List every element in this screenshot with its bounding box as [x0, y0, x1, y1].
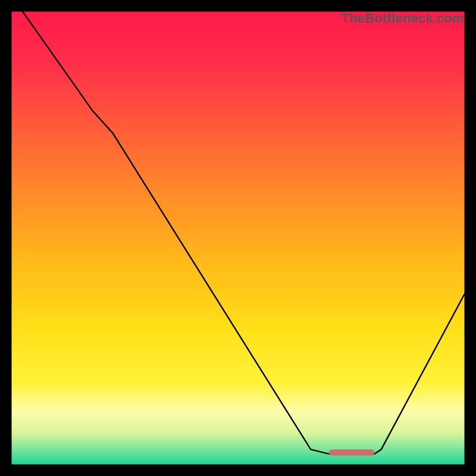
watermark-text: TheBottleneck.com	[342, 11, 464, 26]
optimal-marker	[329, 450, 374, 456]
chart-frame: TheBottleneck.com	[11, 11, 465, 465]
chart-plot	[11, 11, 465, 465]
gradient-background	[11, 11, 465, 465]
